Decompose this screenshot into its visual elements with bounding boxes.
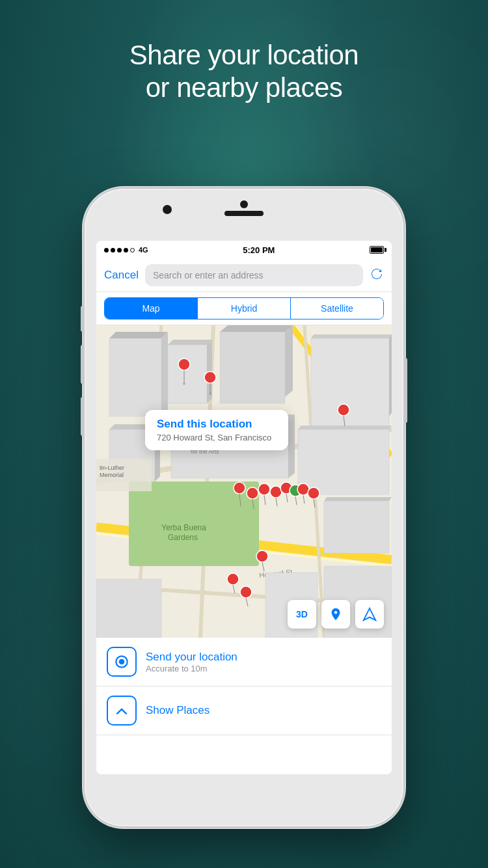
power-button: [403, 358, 407, 423]
battery-fill: [371, 247, 383, 252]
popup-address: 720 Howard St, San Francisco: [157, 433, 277, 442]
bottom-panel: Send your location Accurate to 10m Show …: [96, 638, 392, 735]
svg-marker-13: [161, 332, 168, 416]
map-type-map-label: Map: [142, 303, 159, 314]
svg-rect-11: [109, 338, 161, 416]
svg-text:Memorial: Memorial: [100, 472, 124, 478]
svg-point-68: [256, 550, 268, 562]
svg-marker-12: [109, 332, 168, 338]
svg-rect-14: [168, 345, 207, 403]
show-places-icon: [107, 696, 137, 726]
navigate-button[interactable]: [355, 600, 384, 629]
svg-text:Gardens: Gardens: [168, 533, 198, 542]
svg-point-72: [240, 586, 252, 598]
svg-point-70: [227, 573, 239, 585]
send-location-text: Send your location Accurate to 10m: [146, 651, 237, 673]
map-controls: 3D: [288, 600, 384, 629]
map-type-satellite[interactable]: Satellite: [290, 298, 383, 319]
svg-point-66: [308, 487, 319, 499]
svg-rect-17: [220, 332, 285, 403]
phone-frame: 4G 5:20 PM Cancel Search or enter an add…: [85, 189, 403, 826]
front-camera: [163, 205, 172, 214]
search-input[interactable]: Search or enter an address: [145, 264, 363, 286]
map-area[interactable]: Howard St Yerba: [96, 325, 392, 638]
map-type-row: Map Hybrid Satellite: [96, 292, 392, 325]
3d-button[interactable]: 3D: [288, 600, 316, 629]
signal-dot-2: [111, 248, 115, 252]
search-row: Cancel Search or enter an address: [96, 259, 392, 292]
signal-dot-4: [124, 248, 128, 252]
svg-point-74: [338, 404, 349, 416]
send-location-icon: [107, 647, 137, 677]
svg-marker-22: [389, 334, 392, 416]
map-type-selector: Map Hybrid Satellite: [104, 297, 384, 319]
cancel-button[interactable]: Cancel: [104, 269, 139, 282]
speaker: [224, 211, 264, 216]
svg-rect-39: [324, 501, 389, 553]
location-popup[interactable]: Send this location 720 Howard St, San Fr…: [145, 410, 288, 450]
svg-point-77: [119, 659, 125, 665]
svg-text:tin-Luther: tin-Luther: [100, 465, 124, 471]
battery-icon: [370, 246, 384, 254]
svg-marker-40: [324, 497, 392, 501]
3d-label: 3D: [296, 609, 308, 619]
volume-down-button: [81, 397, 85, 436]
headline-line2: or nearby places: [146, 72, 343, 103]
popup-title: Send this location: [157, 418, 277, 431]
svg-rect-37: [298, 429, 389, 495]
network-type: 4G: [139, 246, 148, 254]
reload-button[interactable]: [370, 267, 384, 284]
status-time: 5:20 PM: [243, 245, 275, 255]
signal-area: 4G: [104, 246, 148, 254]
send-location-item[interactable]: Send your location Accurate to 10m: [96, 638, 392, 686]
status-right: [370, 246, 384, 254]
svg-point-56: [258, 483, 270, 495]
svg-point-44: [178, 359, 190, 370]
svg-point-54: [247, 487, 258, 499]
svg-marker-18: [220, 325, 293, 332]
svg-marker-34: [288, 414, 295, 478]
map-type-satellite-label: Satellite: [321, 303, 353, 314]
show-places-title: Show Places: [146, 704, 210, 717]
send-location-subtitle: Accurate to 10m: [146, 664, 237, 673]
pin-button[interactable]: [321, 600, 350, 629]
search-placeholder: Search or enter an address: [153, 270, 264, 280]
map-svg: Howard St Yerba: [96, 325, 392, 638]
svg-point-49: [209, 392, 211, 395]
show-places-item[interactable]: Show Places: [96, 686, 392, 735]
headline-line1: Share your location: [129, 40, 359, 70]
svg-point-52: [234, 482, 245, 494]
volume-up-button: [81, 345, 85, 384]
svg-marker-76: [364, 608, 375, 620]
status-bar: 4G 5:20 PM: [96, 241, 392, 259]
mute-button: [81, 306, 85, 332]
svg-point-46: [183, 383, 185, 385]
headline: Share your location or nearby places: [0, 39, 488, 105]
show-places-text: Show Places: [146, 704, 210, 717]
rear-camera: [240, 200, 248, 208]
svg-text:Yerba Buena: Yerba Buena: [161, 523, 206, 532]
map-type-hybrid-label: Hybrid: [231, 303, 257, 314]
send-location-title: Send your location: [146, 651, 237, 664]
signal-dot-5: [130, 248, 135, 252]
svg-marker-15: [168, 340, 212, 345]
map-type-map[interactable]: Map: [105, 298, 197, 319]
svg-rect-43: [96, 579, 161, 638]
svg-rect-20: [311, 338, 389, 429]
svg-marker-21: [311, 334, 392, 338]
map-type-hybrid[interactable]: Hybrid: [197, 298, 290, 319]
phone-screen: 4G 5:20 PM Cancel Search or enter an add…: [96, 241, 392, 774]
signal-dot-3: [117, 248, 122, 252]
phone-top: [85, 200, 403, 216]
svg-marker-19: [285, 325, 293, 397]
svg-point-47: [204, 372, 216, 383]
signal-dot-1: [104, 248, 109, 252]
